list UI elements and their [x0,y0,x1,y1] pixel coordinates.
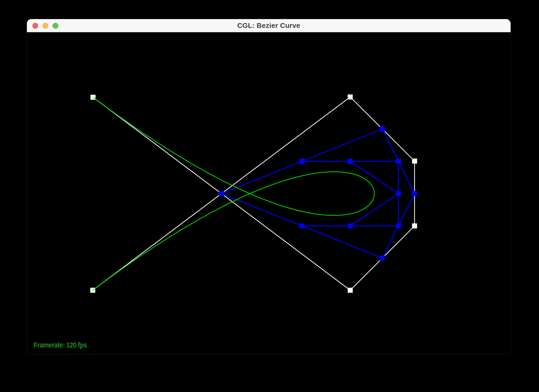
decasteljau-point [219,191,224,196]
control-polygon [93,97,415,290]
app-window: CGL: Bezier Curve Framerate: 120 fps [27,19,511,354]
decasteljau-point [396,191,401,196]
control-point-handle[interactable] [412,159,417,164]
title-bar[interactable]: CGL: Bezier Curve [27,19,511,33]
control-point-handle[interactable] [348,288,353,293]
window-title: CGL: Bezier Curve [27,19,511,32]
decasteljau-point [396,223,401,228]
framerate-text: Framerate: 120 fps [34,341,87,349]
decasteljau-point [299,159,304,164]
decasteljau-polyline-level-2 [302,161,398,226]
control-point-handle[interactable] [412,223,417,228]
decasteljau-point [380,256,385,261]
decasteljau-point [348,223,353,228]
decasteljau-point [396,159,401,164]
canvas-area: Framerate: 120 fps [27,33,511,354]
bezier-curve [93,97,374,290]
decasteljau-point [299,223,304,228]
decasteljau-point [348,159,353,164]
decasteljau-point [380,127,385,132]
decasteljau-point [412,191,417,196]
control-point-handle[interactable] [348,94,353,100]
bezier-scene-canvas[interactable] [27,33,511,354]
